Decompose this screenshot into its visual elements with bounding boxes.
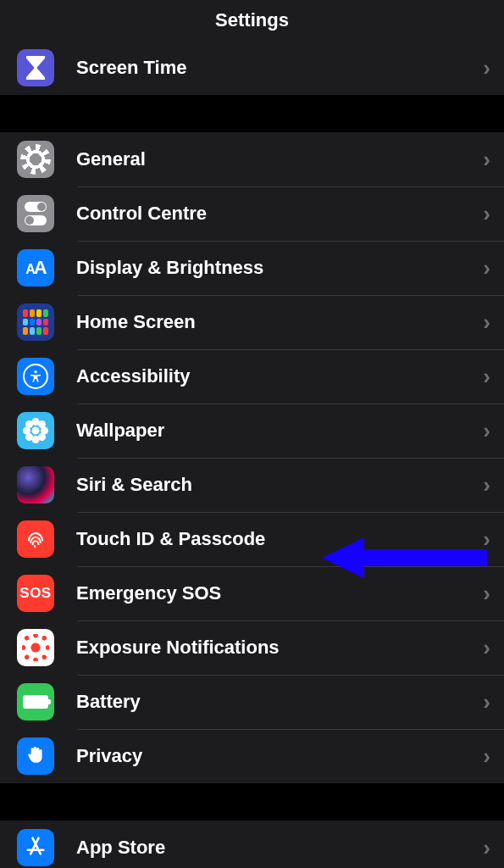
chevron-right-icon: ›: [474, 689, 490, 715]
row-label: Screen Time: [76, 57, 474, 79]
hourglass-icon: [17, 49, 54, 86]
row-label: Siri & Search: [76, 474, 474, 496]
row-display-brightness[interactable]: AA Display & Brightness ›: [0, 241, 504, 295]
chevron-right-icon: ›: [474, 55, 490, 81]
row-label: Home Screen: [76, 311, 474, 333]
row-control-centre[interactable]: Control Centre ›: [0, 186, 504, 241]
sos-icon: SOS: [17, 575, 54, 612]
flower-icon: [17, 412, 54, 449]
group-spacer: [0, 783, 504, 821]
accessibility-icon: [17, 358, 54, 395]
row-screen-time[interactable]: Screen Time ›: [0, 41, 504, 95]
settings-group-2: App Store ›: [0, 821, 504, 868]
siri-icon: [17, 466, 54, 504]
battery-icon: [17, 683, 54, 721]
row-label: Emergency SOS: [76, 582, 474, 604]
chevron-right-icon: ›: [474, 364, 490, 390]
chevron-right-icon: ›: [474, 201, 490, 227]
app-store-icon: [17, 829, 54, 866]
chevron-right-icon: ›: [474, 309, 490, 336]
row-battery[interactable]: Battery ›: [0, 675, 504, 729]
row-label: Battery: [76, 691, 474, 713]
row-label: App Store: [76, 837, 474, 859]
row-label: General: [76, 148, 474, 170]
row-touch-id-passcode[interactable]: Touch ID & Passcode ›: [0, 512, 504, 566]
row-label: Privacy: [76, 745, 474, 767]
settings-group-0: Screen Time ›: [0, 41, 504, 95]
chevron-right-icon: ›: [474, 635, 490, 661]
svg-point-0: [34, 370, 36, 373]
row-label: Accessibility: [76, 365, 474, 387]
row-label: Display & Brightness: [76, 257, 474, 279]
group-spacer: [0, 95, 504, 132]
row-privacy[interactable]: Privacy ›: [0, 729, 504, 783]
row-accessibility[interactable]: Accessibility ›: [0, 349, 504, 403]
row-siri-search[interactable]: Siri & Search ›: [0, 458, 504, 512]
chevron-right-icon: ›: [474, 526, 490, 553]
row-general[interactable]: General ›: [0, 132, 504, 186]
page-title: Settings: [215, 9, 289, 31]
row-label: Exposure Notifications: [76, 637, 474, 659]
gear-icon: [17, 141, 54, 178]
header: Settings: [0, 0, 504, 41]
chevron-right-icon: ›: [474, 835, 490, 861]
chevron-right-icon: ›: [474, 255, 490, 281]
chevron-right-icon: ›: [474, 418, 490, 444]
chevron-right-icon: ›: [474, 743, 490, 770]
row-label: Control Centre: [76, 203, 474, 225]
exposure-icon: [17, 629, 54, 666]
chevron-right-icon: ›: [474, 147, 490, 173]
row-emergency-sos[interactable]: SOS Emergency SOS ›: [0, 566, 504, 620]
fingerprint-icon: [17, 520, 54, 558]
chevron-right-icon: ›: [474, 581, 490, 607]
toggles-icon: [17, 195, 54, 232]
row-exposure-notifications[interactable]: Exposure Notifications ›: [0, 620, 504, 675]
home-grid-icon: [17, 303, 54, 341]
hand-icon: [17, 737, 54, 775]
text-size-icon: AA: [17, 249, 54, 287]
row-label: Touch ID & Passcode: [76, 528, 474, 550]
row-app-store[interactable]: App Store ›: [0, 821, 504, 868]
settings-group-1: General › Control Centre › AA Display & …: [0, 132, 504, 783]
row-home-screen[interactable]: Home Screen ›: [0, 295, 504, 349]
chevron-right-icon: ›: [474, 472, 490, 498]
row-wallpaper[interactable]: Wallpaper ›: [0, 403, 504, 458]
row-label: Wallpaper: [76, 420, 474, 442]
